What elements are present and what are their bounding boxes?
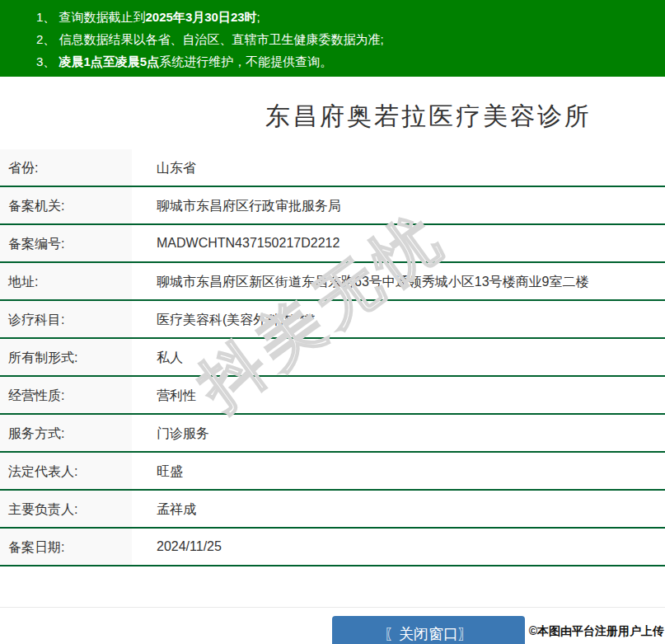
- info-table: 省份: 山东省 备案机关: 聊城市东昌府区行政审批服务局 备案编号: MADWC…: [0, 149, 665, 566]
- row-label: 所有制形式:: [0, 339, 132, 375]
- row-value: 营利性: [132, 377, 665, 413]
- footer-divider: [0, 607, 665, 608]
- notice-line-3-bold: 凌晨1点至凌晨5点: [59, 54, 160, 68]
- table-row-service-mode: 服务方式: 门诊服务: [0, 415, 665, 453]
- notice-line-2: 2、 信息数据结果以各省、自治区、直辖市卫生健康委数据为准;: [36, 28, 657, 50]
- row-label: 服务方式:: [0, 415, 132, 451]
- upload-credit-text: ©本图由平台注册用户上传: [529, 624, 664, 639]
- table-row-registry-authority: 备案机关: 聊城市东昌府区行政审批服务局: [0, 187, 665, 225]
- notice-line-1-bold: 2025年3月30日23时: [146, 10, 257, 24]
- notice-banner: 1、 查询数据截止到2025年3月30日23时; 2、 信息数据结果以各省、自治…: [0, 0, 665, 77]
- row-value: 孟祥成: [132, 491, 665, 527]
- notice-line-3: 3、 凌晨1点至凌晨5点系统进行维护，不能提供查询。: [36, 50, 657, 73]
- row-value: 山东省: [132, 149, 665, 186]
- notice-line-2-text: 2、 信息数据结果以各省、自治区、直辖市卫生健康委数据为准;: [36, 32, 384, 46]
- notice-line-1: 1、 查询数据截止到2025年3月30日23时;: [36, 6, 657, 28]
- row-value: 私人: [132, 339, 665, 375]
- row-label: 诊疗科目:: [0, 301, 132, 337]
- row-label: 备案日期:: [0, 529, 132, 565]
- close-window-button[interactable]: 〖关闭窗口〗: [332, 616, 525, 644]
- notice-line-3-text: 3、: [36, 54, 59, 68]
- row-label: 地址:: [0, 263, 132, 299]
- notice-line-1-text: 1、 查询数据截止到: [36, 10, 146, 24]
- table-row-registry-date: 备案日期: 2024/11/25: [0, 529, 665, 566]
- row-label: 法定代表人:: [0, 453, 132, 489]
- table-row-legal-representative: 法定代表人: 旺盛: [0, 453, 665, 491]
- row-label: 经营性质:: [0, 377, 132, 413]
- row-label: 备案编号:: [0, 225, 132, 261]
- table-row-treatment-subjects: 诊疗科目: 医疗美容科(美容外科)******: [0, 301, 665, 339]
- table-row-business-nature: 经营性质: 营利性: [0, 377, 665, 415]
- notice-line-1-tail: ;: [257, 10, 260, 24]
- row-value: MADWCHTN437150217D2212: [132, 225, 665, 261]
- page-title: 东昌府奥若拉医疗美容诊所: [0, 100, 665, 134]
- row-label: 省份:: [0, 149, 132, 186]
- row-value: 聊城市东昌府区行政审批服务局: [132, 187, 665, 223]
- table-row-ownership-form: 所有制形式: 私人: [0, 339, 665, 377]
- row-label: 备案机关:: [0, 187, 132, 223]
- row-value: 2024/11/25: [132, 529, 665, 565]
- row-label: 主要负责人:: [0, 491, 132, 527]
- table-row-registry-number: 备案编号: MADWCHTN437150217D2212: [0, 225, 665, 263]
- notice-line-3-tail: 系统进行维护，不能提供查询。: [159, 54, 332, 68]
- table-row-address: 地址: 聊城市东昌府区新区街道东昌东路63号中通领秀城小区13号楼商业9室二楼: [0, 263, 665, 301]
- row-value: 医疗美容科(美容外科)******: [132, 301, 665, 337]
- row-value: 旺盛: [132, 453, 665, 489]
- table-row-main-person-in-charge: 主要负责人: 孟祥成: [0, 491, 665, 529]
- table-row-province: 省份: 山东省: [0, 149, 665, 187]
- row-value: 聊城市东昌府区新区街道东昌东路63号中通领秀城小区13号楼商业9室二楼: [132, 263, 665, 299]
- row-value: 门诊服务: [132, 415, 665, 451]
